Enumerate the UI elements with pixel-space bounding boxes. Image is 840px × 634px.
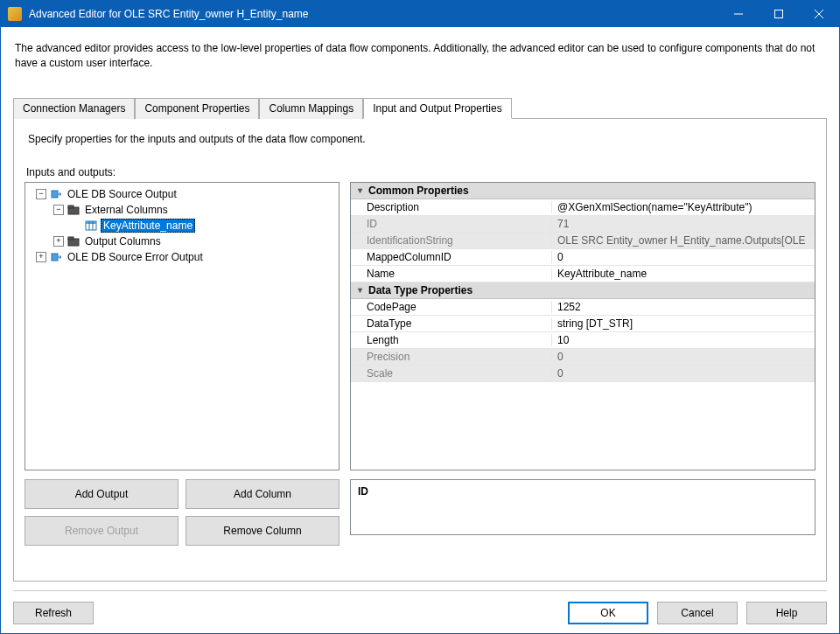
intro-text: The advanced editor provides access to t…: [15, 41, 825, 71]
tree-node-keyattribute[interactable]: KeyAttribute_name: [27, 218, 337, 233]
expand-placeholder: [71, 220, 81, 231]
advanced-editor-window: Advanced Editor for OLE SRC Entity_owner…: [0, 0, 840, 634]
ok-button[interactable]: OK: [568, 602, 648, 624]
add-column-button[interactable]: Add Column: [186, 479, 340, 509]
tree-node-output-columns[interactable]: + Output Columns: [27, 233, 337, 249]
tabstrip: Connection Managers Component Properties…: [13, 97, 827, 119]
help-button[interactable]: Help: [746, 602, 827, 624]
svg-rect-6: [68, 206, 74, 208]
chevron-down-icon: ▾: [354, 285, 365, 295]
prop-row-identificationstring: IdentificationStringOLE SRC Entity_owner…: [351, 233, 815, 249]
svg-rect-1: [775, 10, 783, 18]
prop-row-name[interactable]: NameKeyAttribute_name: [351, 266, 815, 282]
close-button[interactable]: [799, 1, 839, 27]
chevron-down-icon: ▾: [354, 185, 365, 195]
tree-label: External Columns: [83, 204, 170, 216]
window-title: Advanced Editor for OLE SRC Entity_owner…: [29, 8, 718, 20]
tree-node-error-output[interactable]: + OLE DB Source Error Output: [27, 249, 337, 265]
maximize-button[interactable]: [759, 1, 799, 27]
svg-rect-8: [86, 221, 96, 224]
prop-row-codepage[interactable]: CodePage1252: [351, 299, 815, 316]
category-datatype[interactable]: ▾Data Type Properties: [351, 282, 815, 299]
tab-description: Specify properties for the inputs and ou…: [28, 133, 814, 145]
tab-page: Specify properties for the inputs and ou…: [13, 119, 827, 582]
prop-row-scale: Scale0: [351, 366, 815, 382]
tree-label: KeyAttribute_name: [101, 219, 195, 233]
svg-rect-12: [68, 237, 74, 240]
prop-row-precision: Precision0: [351, 349, 815, 366]
collapse-icon[interactable]: −: [36, 189, 46, 199]
category-label: Data Type Properties: [368, 284, 472, 296]
add-output-button[interactable]: Add Output: [24, 479, 178, 509]
remove-output-button: Remove Output: [24, 516, 178, 546]
tab-input-output-properties[interactable]: Input and Output Properties: [363, 98, 511, 119]
cancel-button[interactable]: Cancel: [657, 602, 738, 624]
folder-icon: [66, 204, 80, 216]
expand-icon[interactable]: +: [53, 236, 64, 247]
property-help-panel: ID: [350, 479, 816, 535]
prop-row-datatype[interactable]: DataTypestring [DT_STR]: [351, 316, 815, 332]
dialog-footer: Refresh OK Cancel Help: [13, 590, 827, 624]
tree-node-external-columns[interactable]: − External Columns: [27, 202, 337, 218]
titlebar: Advanced Editor for OLE SRC Entity_owner…: [1, 1, 839, 27]
prop-row-id: ID71: [351, 216, 815, 233]
remove-column-button[interactable]: Remove Column: [186, 516, 340, 546]
svg-rect-13: [52, 254, 58, 261]
app-icon: [8, 7, 22, 21]
category-label: Common Properties: [368, 185, 469, 197]
output-icon: [49, 251, 63, 263]
folder-icon: [66, 235, 80, 247]
tree-label: Output Columns: [83, 235, 163, 247]
property-grid[interactable]: ▾Common Properties Description@XGenXmlSe…: [350, 182, 816, 470]
tab-component-properties[interactable]: Component Properties: [135, 98, 259, 119]
category-common[interactable]: ▾Common Properties: [351, 183, 815, 199]
expand-icon[interactable]: +: [36, 252, 46, 262]
io-tree[interactable]: − OLE DB Source Output − External Column…: [24, 182, 340, 470]
tab-connection-managers[interactable]: Connection Managers: [13, 98, 135, 119]
tab-column-mappings[interactable]: Column Mappings: [259, 98, 363, 119]
column-icon: [84, 219, 98, 232]
inputs-outputs-label: Inputs and outputs:: [26, 166, 816, 178]
tree-label: OLE DB Source Error Output: [66, 251, 205, 263]
prop-row-length[interactable]: Length10: [351, 332, 815, 349]
prop-row-mappedcolumnid[interactable]: MappedColumnID0: [351, 249, 815, 266]
prop-row-description[interactable]: Description@XGenXmlSection(name="KeyAttr…: [351, 199, 815, 216]
property-help-title: ID: [358, 485, 808, 498]
refresh-button[interactable]: Refresh: [13, 602, 94, 624]
svg-rect-4: [52, 191, 58, 198]
tree-label: OLE DB Source Output: [66, 188, 178, 200]
output-icon: [49, 188, 63, 200]
minimize-button[interactable]: [718, 1, 759, 27]
tree-node-source-output[interactable]: − OLE DB Source Output: [27, 186, 337, 202]
collapse-icon[interactable]: −: [53, 205, 64, 215]
